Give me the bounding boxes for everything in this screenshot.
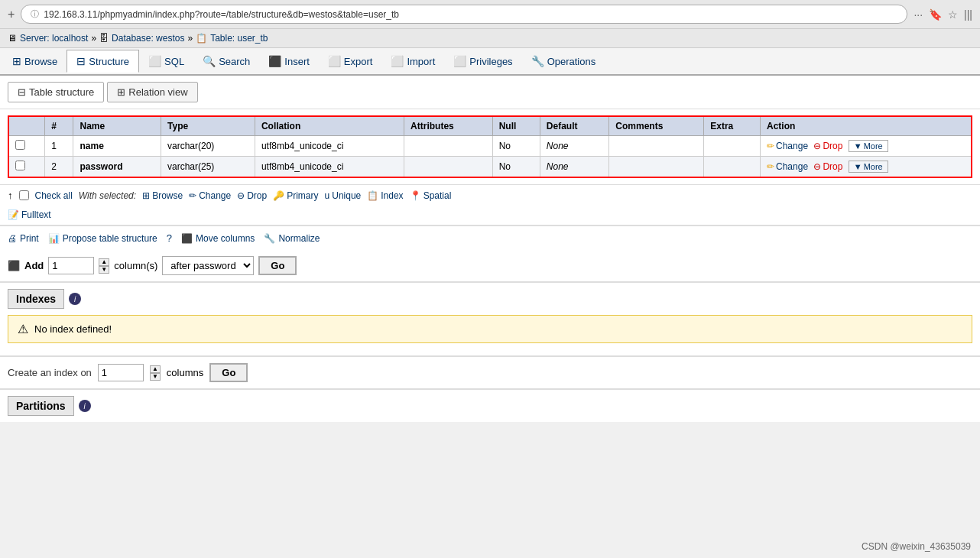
row2-null: No: [492, 157, 540, 178]
indexes-info-icon[interactable]: i: [69, 293, 81, 305]
search-icon: 🔍: [203, 55, 216, 67]
create-spinner-down[interactable]: ▼: [150, 373, 161, 381]
row1-comments: [609, 136, 704, 157]
menu-export[interactable]: ⬜ Export: [319, 50, 382, 72]
col-header-name: Name: [73, 116, 161, 136]
help-icon[interactable]: ?: [167, 232, 172, 244]
db-icon: 🗄: [99, 33, 109, 44]
print-link[interactable]: 🖨 Print: [8, 233, 39, 244]
spinner-down[interactable]: ▼: [99, 266, 109, 274]
row1-extra: [704, 136, 761, 157]
menu-import[interactable]: ⬜ Import: [381, 50, 444, 72]
table-link[interactable]: Table: user_tb: [210, 33, 268, 44]
add-column-section: ⬛ Add ▲ ▼ column(s) after password at be…: [0, 250, 980, 281]
tab-table-structure[interactable]: ⊟ Table structure: [8, 82, 104, 102]
action-browse[interactable]: ⊞ Browse: [142, 190, 183, 201]
row2-change-link[interactable]: ✏ Change: [767, 161, 808, 172]
menu-insert[interactable]: ⬛ Insert: [259, 50, 319, 72]
privileges-label: Privileges: [469, 56, 512, 67]
col-header-extra: Extra: [704, 116, 761, 136]
browse-action-icon: ⊞: [142, 190, 150, 201]
indexes-header: Indexes i: [8, 289, 972, 309]
sql-label: SQL: [164, 56, 184, 67]
partitions-section: Partitions i: [0, 389, 980, 422]
menu-sql[interactable]: ⬜ SQL: [139, 50, 193, 72]
row1-change-link[interactable]: ✏ Change: [767, 141, 808, 151]
sidebar-icon[interactable]: |||: [964, 8, 972, 21]
indexes-section: Indexes i ⚠ No index defined!: [0, 282, 980, 355]
address-bar[interactable]: ⓘ 192.168.3.11/phpmyadmin/index.php?rout…: [21, 5, 907, 24]
propose-link[interactable]: 📊 Propose table structure: [48, 233, 157, 244]
add-column-go-button[interactable]: Go: [258, 256, 297, 275]
more-options-icon[interactable]: ···: [913, 8, 923, 21]
row2-extra: [704, 157, 761, 178]
server-link[interactable]: Server: localhost: [20, 33, 88, 44]
row1-pencil-icon: ✏: [767, 141, 774, 151]
row2-drop-link[interactable]: ⊖ Drop: [813, 161, 842, 172]
action-drop[interactable]: ⊖ Drop: [237, 190, 267, 201]
action-spatial[interactable]: 📍 Spatial: [410, 190, 452, 201]
sql-icon: ⬜: [148, 55, 161, 67]
move-columns-link[interactable]: ⬛ Move columns: [181, 233, 255, 244]
action-bar: ↑ Check all With selected: ⊞ Browse ✏ Ch…: [0, 184, 980, 206]
privileges-icon: ⬜: [453, 55, 466, 67]
row1-name: name: [73, 136, 161, 157]
row2-attributes: [404, 157, 493, 178]
fulltext-row: 📝 Fulltext: [0, 206, 980, 225]
action-change[interactable]: ✏ Change: [189, 190, 231, 201]
row1-more-button[interactable]: ▼ More: [849, 140, 888, 152]
row2-checkbox[interactable]: [15, 161, 25, 170]
normalize-link[interactable]: 🔧 Normalize: [264, 233, 320, 244]
menu-privileges[interactable]: ⬜ Privileges: [444, 50, 521, 72]
action-primary[interactable]: 🔑 Primary: [273, 190, 318, 201]
bookmark-icon[interactable]: 🔖: [929, 8, 942, 21]
warning-icon: ⚠: [18, 322, 28, 336]
spinner-up[interactable]: ▲: [99, 258, 109, 266]
create-index-columns-label: columns: [167, 367, 203, 378]
action-fulltext[interactable]: 📝 Fulltext: [8, 209, 51, 220]
print-icon: 🖨: [8, 233, 17, 244]
tab-relation-view[interactable]: ⊞ Relation view: [107, 82, 197, 102]
col-header-collation: Collation: [255, 116, 404, 136]
structure-table: # Name Type Collation Attributes Null De…: [8, 115, 972, 178]
row1-action: ✏ Change ⊖ Drop ▼ More: [761, 136, 972, 157]
col-header-null: Null: [492, 116, 540, 136]
menu-operations[interactable]: 🔧 Operations: [522, 50, 605, 72]
structure-icon: ⊟: [76, 55, 86, 67]
add-column-input[interactable]: [48, 257, 94, 274]
spatial-icon: 📍: [410, 190, 421, 201]
info-icon: ⓘ: [31, 8, 39, 20]
action-unique[interactable]: u Unique: [325, 190, 362, 201]
menu-browse[interactable]: ⊞ Browse: [3, 50, 67, 72]
db-link[interactable]: Database: westos: [112, 33, 184, 44]
row2-comments: [609, 157, 704, 178]
browser-chrome: + ⓘ 192.168.3.11/phpmyadmin/index.php?ro…: [0, 0, 980, 29]
row1-drop-link[interactable]: ⊖ Drop: [813, 141, 842, 151]
url-text: 192.168.3.11/phpmyadmin/index.php?route=…: [44, 9, 399, 20]
create-index-section: Create an index on ▲ ▼ columns Go: [0, 356, 980, 388]
browser-actions: ··· 🔖 ☆ |||: [913, 8, 972, 21]
menu-search[interactable]: 🔍 Search: [193, 50, 259, 72]
row1-type: varchar(20): [161, 136, 255, 157]
check-all-link[interactable]: Check all: [35, 190, 73, 201]
create-index-input[interactable]: [98, 364, 144, 381]
action-index[interactable]: 📋 Index: [367, 190, 403, 201]
fulltext-icon: 📝: [8, 209, 19, 220]
star-icon[interactable]: ☆: [948, 8, 958, 21]
menu-structure[interactable]: ⊟ Structure: [67, 50, 139, 73]
main-content: 🖥 Server: localhost » 🗄 Database: westos…: [0, 29, 980, 422]
partitions-info-icon[interactable]: i: [79, 400, 91, 412]
check-all-checkbox[interactable]: [19, 190, 29, 200]
position-select[interactable]: after password at beginning at end: [162, 256, 254, 275]
create-spinner-up[interactable]: ▲: [150, 365, 161, 373]
row2-more-button[interactable]: ▼ More: [849, 161, 888, 173]
index-icon: 📋: [367, 190, 378, 201]
create-index-go-button[interactable]: Go: [209, 363, 248, 382]
export-label: Export: [344, 56, 373, 67]
row1-checkbox[interactable]: [15, 140, 25, 150]
sep1: »: [91, 33, 96, 44]
add-column-icon: ⬛: [8, 260, 20, 271]
new-tab-button[interactable]: +: [8, 8, 15, 21]
normalize-icon: 🔧: [264, 233, 275, 244]
add-column-spinner: ▲ ▼: [99, 258, 109, 274]
